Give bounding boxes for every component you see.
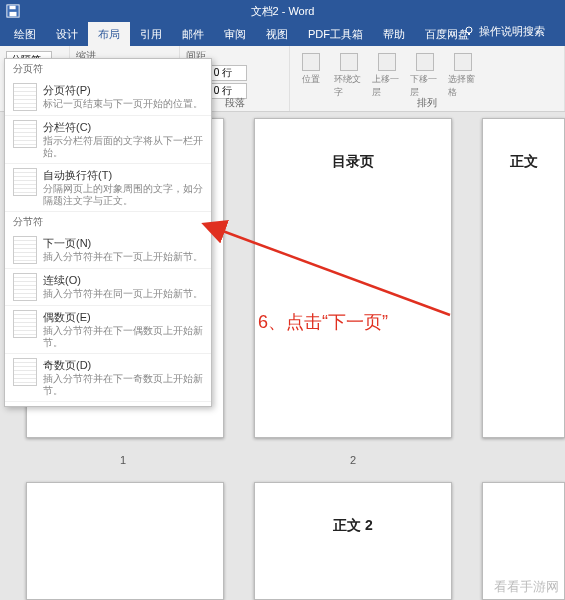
tab-draw[interactable]: 绘图 <box>4 22 46 46</box>
continuous-icon <box>13 273 37 301</box>
page-1b[interactable] <box>26 482 224 600</box>
item-wrap-break[interactable]: 自动换行符(T)分隔网页上的对象周围的文字，如分隔题注文字与正文。 <box>5 164 211 212</box>
section-page-header: 分页符 <box>5 59 211 79</box>
page-4-title: 正文 2 <box>333 517 373 535</box>
svg-rect-4 <box>468 33 470 35</box>
tab-mail[interactable]: 邮件 <box>172 22 214 46</box>
backward-button[interactable]: 下移一层 <box>410 53 440 99</box>
page-3-title: 正文 <box>510 153 538 171</box>
window-title: 文档2 - Word <box>251 4 315 19</box>
breaks-dropdown: 分页符 分页符(P)标记一页结束与下一页开始的位置。 分栏符(C)指示分栏符后面… <box>4 58 212 407</box>
svg-rect-2 <box>10 12 17 16</box>
item-next-page[interactable]: 下一页(N)插入分节符并在下一页上开始新节。 <box>5 232 211 269</box>
section-break-header: 分节符 <box>5 212 211 232</box>
arrange-group-label: 排列 <box>290 96 564 110</box>
save-icon[interactable] <box>6 4 20 18</box>
tab-layout[interactable]: 布局 <box>88 22 130 46</box>
tab-review[interactable]: 审阅 <box>214 22 256 46</box>
tab-help[interactable]: 帮助 <box>373 22 415 46</box>
forward-button[interactable]: 上移一层 <box>372 53 402 99</box>
watermark: 看看手游网 <box>494 578 559 596</box>
select-pane-button[interactable]: 选择窗格 <box>448 53 478 99</box>
page-1-number: 1 <box>120 454 126 466</box>
page-2-number: 2 <box>350 454 356 466</box>
tab-references[interactable]: 引用 <box>130 22 172 46</box>
item-odd-page[interactable]: 奇数页(D)插入分节符并在下一奇数页上开始新节。 <box>5 354 211 402</box>
wrap-break-icon <box>13 168 37 196</box>
page-3[interactable]: 正文 <box>482 118 565 438</box>
tab-pdf[interactable]: PDF工具箱 <box>298 22 373 46</box>
tab-view[interactable]: 视图 <box>256 22 298 46</box>
tab-design[interactable]: 设计 <box>46 22 88 46</box>
wrap-button[interactable]: 环绕文字 <box>334 53 364 99</box>
page-4[interactable]: 正文 2 <box>254 482 452 600</box>
arrange-block: 位置 环绕文字 上移一层 下移一层 选择窗格 <box>296 49 558 99</box>
item-column-break[interactable]: 分栏符(C)指示分栏符后面的文字将从下一栏开始。 <box>5 116 211 164</box>
next-page-icon <box>13 236 37 264</box>
odd-page-icon <box>13 358 37 386</box>
column-break-icon <box>13 120 37 148</box>
position-button[interactable]: 位置 <box>296 53 326 99</box>
lightbulb-icon <box>463 25 475 39</box>
title-bar: 文档2 - Word <box>0 0 565 22</box>
tell-me-search[interactable]: 操作说明搜索 <box>463 24 545 39</box>
even-page-icon <box>13 310 37 338</box>
item-even-page[interactable]: 偶数页(E)插入分节符并在下一偶数页上开始新节。 <box>5 306 211 354</box>
page-2[interactable]: 目录页 <box>254 118 452 438</box>
page-break-icon <box>13 83 37 111</box>
svg-point-3 <box>466 27 472 33</box>
item-continuous[interactable]: 连续(O)插入分节符并在同一页上开始新节。 <box>5 269 211 306</box>
page-2-title: 目录页 <box>332 153 374 171</box>
item-page-break[interactable]: 分页符(P)标记一页结束与下一页开始的位置。 <box>5 79 211 116</box>
svg-rect-1 <box>10 6 16 10</box>
